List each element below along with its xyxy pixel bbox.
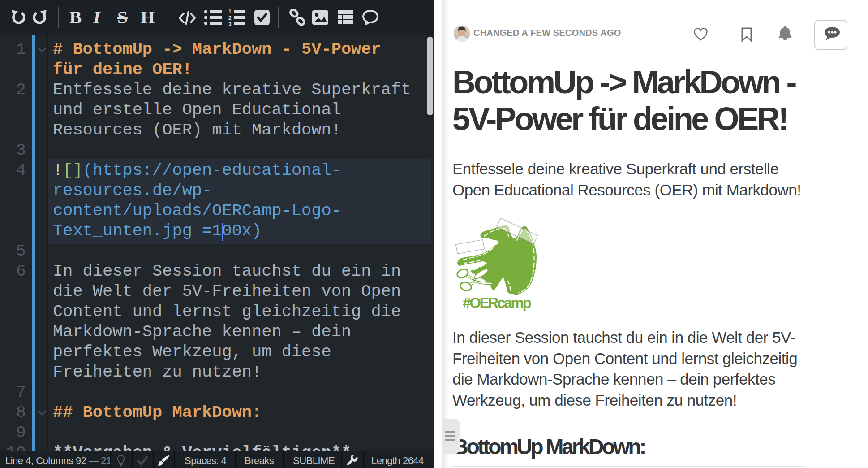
svg-text:3: 3	[228, 21, 232, 26]
svg-text:2: 2	[228, 15, 232, 21]
svg-text:1: 1	[228, 9, 232, 15]
